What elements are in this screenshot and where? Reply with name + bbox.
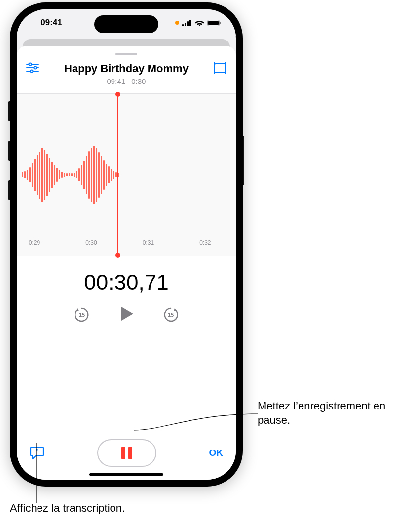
ruler-tick: 0:30 — [81, 239, 101, 246]
svg-rect-13 — [215, 64, 226, 73]
svg-point-12 — [30, 70, 33, 72]
sheet-grabber[interactable] — [115, 53, 137, 55]
cellular-signal-icon — [182, 20, 192, 26]
battery-icon — [207, 20, 221, 26]
done-button[interactable]: OK — [209, 448, 224, 458]
waveform-area[interactable]: 0:29 0:30 0:31 0:32 — [17, 93, 236, 256]
skip-back-amount: 15 — [73, 306, 91, 324]
status-time: 09:41 — [32, 18, 71, 28]
home-indicator[interactable] — [89, 473, 163, 476]
svg-rect-5 — [208, 21, 219, 25]
ruler-tick: 0:31 — [138, 239, 158, 246]
svg-point-8 — [29, 63, 31, 65]
options-button[interactable] — [26, 62, 42, 75]
svg-rect-2 — [187, 21, 189, 26]
svg-rect-3 — [189, 20, 191, 26]
playhead[interactable] — [117, 94, 118, 256]
svg-rect-0 — [182, 24, 184, 26]
wifi-icon — [195, 20, 204, 26]
status-bar: 09:41 — [17, 9, 236, 36]
play-button[interactable] — [116, 304, 136, 326]
skip-back-15-button[interactable]: 15 — [73, 306, 91, 324]
recording-created-time: 09:41 — [107, 77, 126, 85]
mic-in-use-indicator-icon — [175, 21, 179, 25]
recording-title[interactable]: Happy Birthday Mommy — [47, 62, 205, 75]
elapsed-time: 00:30,71 — [17, 270, 236, 295]
time-ruler: 0:29 0:30 0:31 0:32 — [17, 239, 236, 253]
svg-point-10 — [34, 66, 36, 69]
recording-subtitle: 09:41 0:30 — [47, 77, 205, 85]
recording-duration: 0:30 — [131, 77, 146, 85]
pause-recording-button[interactable] — [97, 439, 156, 467]
callout-transcript: Affichez la transcription. — [10, 501, 125, 516]
svg-rect-1 — [185, 23, 186, 26]
skip-forward-amount: 15 — [162, 306, 180, 324]
dynamic-island — [94, 15, 158, 33]
callout-pause: Mettez l’enregistrement en pause. — [258, 399, 413, 427]
waveform — [22, 146, 119, 204]
ruler-tick: 0:29 — [25, 239, 44, 246]
trim-button[interactable] — [210, 62, 227, 76]
svg-rect-6 — [220, 22, 221, 24]
skip-forward-15-button[interactable]: 15 — [162, 306, 180, 324]
pause-icon — [121, 447, 132, 459]
ruler-tick: 0:32 — [195, 239, 215, 246]
screen: 09:41 — [17, 9, 236, 480]
